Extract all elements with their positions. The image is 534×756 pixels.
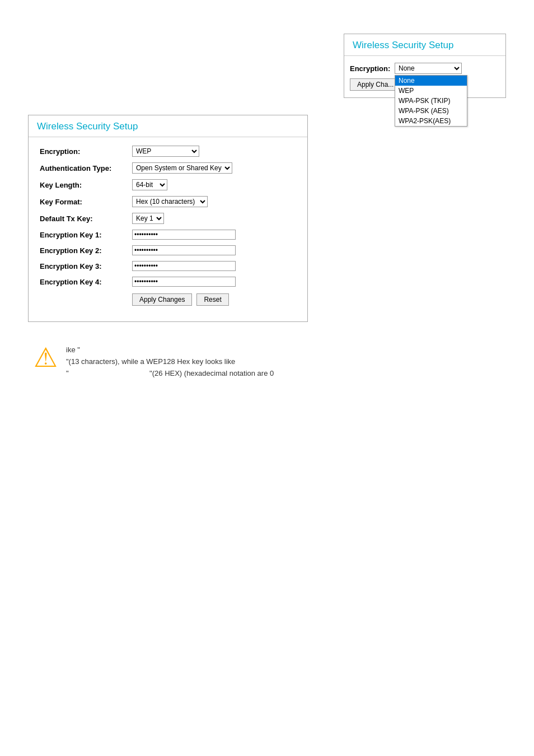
main-section: Wireless Security Setup Encryption: WEP … [28, 115, 506, 322]
default-tx-key-row: Default Tx Key: Key 1 Key 2 Key 3 Key 4 [40, 213, 296, 224]
auth-type-row: Authentication Type: Open System or Shar… [40, 162, 296, 174]
enc-key1-row: Encryption Key 1: [40, 230, 296, 240]
key-format-row: Key Format: Hex (10 characters) ASCII (5… [40, 196, 296, 207]
warning-icon: ⚠ [34, 344, 58, 371]
warning-text-4: "(26 HEX) (hexadecimal notation are 0 [149, 369, 274, 377]
enc-key1-input[interactable] [132, 230, 236, 240]
default-tx-key-label: Default Tx Key: [40, 214, 132, 223]
warning-text-1: ike " [66, 346, 80, 354]
auth-type-control: Open System or Shared Key Open System Sh… [132, 162, 232, 174]
auth-type-select[interactable]: Open System or Shared Key Open System Sh… [132, 162, 232, 174]
encryption-row: Encryption: WEP None WPA-PSK (TKIP) WPA-… [40, 146, 296, 157]
top-panel-title: Wireless Security Setup [344, 34, 505, 56]
key-length-control: 64-bit 128-bit [132, 179, 167, 190]
top-encryption-label: Encryption: [350, 64, 395, 73]
dropdown-option-none[interactable]: None [395, 76, 467, 86]
enc-key2-row: Encryption Key 2: [40, 245, 296, 255]
warning-section: ⚠ ike " "(13 characters), while a WEP128… [28, 344, 506, 379]
enc-key1-control [132, 230, 236, 240]
enc-key3-input[interactable] [132, 261, 236, 271]
default-tx-key-select[interactable]: Key 1 Key 2 Key 3 Key 4 [132, 213, 164, 224]
enc-key4-row: Encryption Key 4: [40, 277, 296, 287]
page-content: Wireless Security Setup Encryption: None… [11, 11, 523, 390]
top-encryption-dropdown-open: None WEP WPA-PSK (TKIP) WPA-PSK (AES) WP… [395, 75, 467, 127]
warning-text: ike " "(13 characters), while a WEP128 H… [66, 344, 274, 379]
buttons-row: Apply Changes Reset [40, 293, 296, 306]
encryption-select[interactable]: WEP None WPA-PSK (TKIP) WPA-PSK (AES) WP… [132, 146, 199, 157]
top-encryption-row: Encryption: None WEP WPA-PSK (TKIP) WPA-… [350, 63, 500, 74]
reset-button[interactable]: Reset [196, 293, 228, 306]
enc-key2-label: Encryption Key 2: [40, 246, 132, 255]
enc-key2-input[interactable] [132, 245, 236, 255]
main-panel-body: Encryption: WEP None WPA-PSK (TKIP) WPA-… [29, 137, 307, 321]
key-format-select[interactable]: Hex (10 characters) ASCII (5 characters) [132, 196, 208, 207]
enc-key4-input[interactable] [132, 277, 236, 287]
default-tx-key-control: Key 1 Key 2 Key 3 Key 4 [132, 213, 164, 224]
top-section: Wireless Security Setup Encryption: None… [28, 22, 506, 98]
dropdown-option-wep[interactable]: WEP [395, 86, 467, 96]
key-format-control: Hex (10 characters) ASCII (5 characters) [132, 196, 208, 207]
key-length-row: Key Length: 64-bit 128-bit [40, 179, 296, 190]
key-length-label: Key Length: [40, 181, 132, 189]
top-panel-body: Encryption: None WEP WPA-PSK (TKIP) WPA-… [344, 56, 505, 97]
enc-key4-control [132, 277, 236, 287]
enc-key3-row: Encryption Key 3: [40, 261, 296, 271]
enc-key3-control [132, 261, 236, 271]
encryption-label: Encryption: [40, 147, 132, 156]
enc-key1-label: Encryption Key 1: [40, 231, 132, 239]
top-panel: Wireless Security Setup Encryption: None… [344, 34, 506, 98]
buttons-container: Apply Changes Reset [132, 293, 229, 306]
key-length-select[interactable]: 64-bit 128-bit [132, 179, 167, 190]
key-format-label: Key Format: [40, 198, 132, 206]
warning-text-2: "(13 characters), while a WEP128 Hex key… [66, 357, 235, 366]
main-panel-title: Wireless Security Setup [29, 115, 307, 137]
top-encryption-dropdown-container: None WEP WPA-PSK (TKIP) WPA-PSK (AES) WP… [395, 63, 462, 74]
apply-changes-button[interactable]: Apply Changes [132, 293, 192, 306]
dropdown-option-wpa-tkip[interactable]: WPA-PSK (TKIP) [395, 96, 467, 106]
top-encryption-select[interactable]: None WEP WPA-PSK (TKIP) WPA-PSK (AES) WP… [395, 63, 462, 74]
dropdown-option-wpa2[interactable]: WPA2-PSK(AES) [395, 116, 467, 126]
warning-text-3: " [66, 369, 69, 377]
encryption-control: WEP None WPA-PSK (TKIP) WPA-PSK (AES) WP… [132, 146, 199, 157]
main-panel: Wireless Security Setup Encryption: WEP … [28, 115, 308, 322]
auth-type-label: Authentication Type: [40, 164, 132, 172]
enc-key3-label: Encryption Key 3: [40, 262, 132, 270]
enc-key4-label: Encryption Key 4: [40, 278, 132, 286]
dropdown-option-wpa-aes[interactable]: WPA-PSK (AES) [395, 106, 467, 116]
top-apply-changes-button[interactable]: Apply Cha... [350, 78, 401, 91]
enc-key2-control [132, 245, 236, 255]
